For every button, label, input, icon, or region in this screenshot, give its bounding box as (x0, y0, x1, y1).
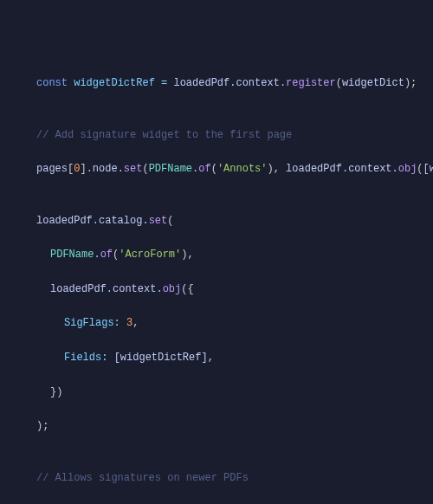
code-line: PDFName.of('AcroForm'), (9, 247, 424, 264)
code-line: Fields: [widgetDictRef], (9, 350, 424, 367)
code-line: // Allows signatures on newer PDFs (9, 470, 424, 488)
code-editor[interactable]: const widgetDictRef = loadedPdf.context.… (9, 75, 424, 504)
code-line: const widgetDictRef = loadedPdf.context.… (9, 75, 424, 93)
code-line: }) (9, 384, 424, 402)
code-line: loadedPdf.context.obj({ (9, 281, 424, 299)
code-line: ); (9, 418, 424, 436)
code-line: pages[0].node.set(PDFName.of('Annots'), … (9, 161, 424, 178)
code-line: // Add signature widget to the first pag… (9, 127, 424, 145)
code-line: SigFlags: 3, (9, 315, 424, 333)
code-line: loadedPdf.catalog.set( (9, 213, 424, 230)
